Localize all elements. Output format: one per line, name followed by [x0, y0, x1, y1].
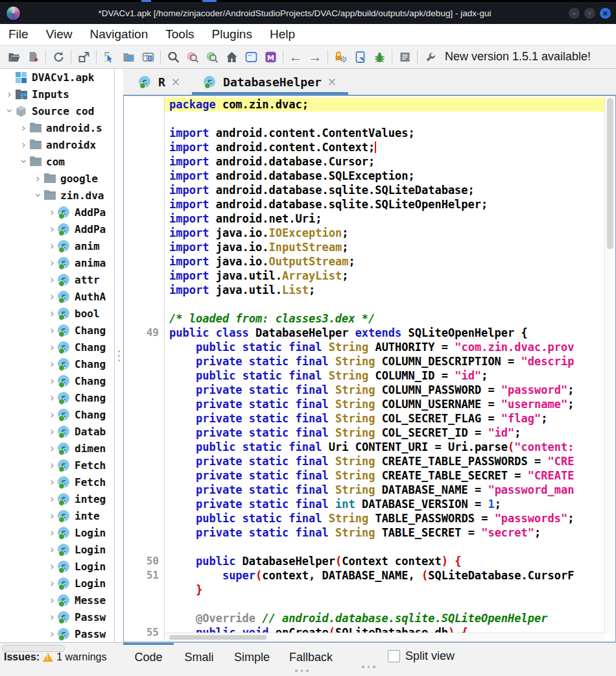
maximize-button[interactable]: ▫ [584, 8, 595, 19]
tree-item[interactable]: ›cFetch [0, 474, 114, 490]
horizontal-scrollbar[interactable] [165, 633, 605, 642]
code-line[interactable]: private static final String DATABASE_NAM… [124, 483, 605, 497]
code-line[interactable]: private static final String COLUMN_USERN… [124, 397, 605, 411]
close-tab-icon[interactable]: × [171, 75, 180, 88]
menu-plugins[interactable]: Plugins [212, 27, 252, 42]
tree-item[interactable]: ›cPassw [0, 609, 114, 625]
code-line[interactable]: import android.content.ContentValues; [124, 126, 605, 140]
chevron-right-icon[interactable]: › [4, 88, 15, 101]
comment-search-icon[interactable] [202, 49, 222, 66]
chevron-right-icon[interactable]: › [47, 206, 58, 219]
add-files-icon[interactable] [23, 49, 43, 66]
code-line[interactable]: public static final String AUTHORITY = "… [124, 340, 605, 354]
code-line[interactable]: import java.io.OutputStream; [124, 254, 605, 269]
tree-item[interactable]: ›cLogin [0, 575, 114, 592]
chevron-down-icon[interactable]: › [3, 106, 16, 117]
chevron-right-icon[interactable]: › [47, 459, 58, 472]
tree-item[interactable]: ›cChang [0, 372, 114, 389]
tree-item[interactable]: ›cAddPa [0, 204, 114, 221]
code-line[interactable]: import java.io.InputStream; [124, 240, 605, 254]
chevron-right-icon[interactable]: › [32, 172, 43, 185]
menu-view[interactable]: View [46, 27, 73, 42]
code-line[interactable]: @Override // android.database.sqlite.SQL… [124, 611, 605, 625]
chevron-right-icon[interactable]: › [47, 526, 58, 539]
tree-item[interactable]: ›cLogin [0, 541, 114, 558]
chevron-right-icon[interactable]: › [47, 543, 58, 556]
chevron-right-icon[interactable]: › [47, 239, 58, 252]
chevron-right-icon[interactable]: › [47, 627, 58, 640]
code-line[interactable]: private static final String COLUMN_PASSW… [124, 383, 605, 397]
tree-item[interactable]: ›cLogin [0, 524, 114, 541]
menu-help[interactable]: Help [270, 27, 295, 42]
code-line[interactable]: import java.util.ArrayList; [124, 269, 605, 283]
code-line[interactable]: 50 public DatabaseHelper(Context context… [124, 554, 605, 568]
tree-item[interactable]: ›cDatab [0, 423, 114, 440]
chevron-right-icon[interactable]: › [47, 408, 58, 421]
chevron-right-icon[interactable]: › [47, 442, 58, 455]
tree-item[interactable]: ›cinte [0, 507, 114, 524]
drag-handle[interactable] [295, 670, 309, 672]
tree-item[interactable]: ›cbool [0, 305, 114, 322]
tree-item[interactable]: ›cPassw [0, 625, 114, 642]
tree-item[interactable]: ›cdimen [0, 440, 114, 457]
chevron-right-icon[interactable]: › [47, 357, 58, 370]
menu-navigation[interactable]: Navigation [89, 27, 148, 42]
close-button[interactable]: × [600, 8, 611, 19]
new-version-link[interactable]: New version 1.5.1 available! [445, 50, 591, 64]
code-line[interactable]: private static final String COL_SECRET_F… [124, 411, 605, 426]
mappings-icon[interactable]: M [261, 49, 280, 66]
chevron-right-icon[interactable]: › [47, 341, 58, 354]
editor-tab-r[interactable]: cR× [127, 69, 192, 95]
tree-item[interactable]: ›zin.dva [0, 187, 114, 204]
tree-item[interactable]: ›cChang [0, 322, 114, 339]
home-icon[interactable] [222, 49, 241, 66]
chevron-down-icon[interactable]: › [18, 156, 30, 167]
quark-icon[interactable] [350, 49, 370, 66]
log-icon[interactable] [395, 49, 414, 66]
tree-item[interactable]: ›Inputs [0, 86, 114, 103]
code-editor[interactable]: package com.zin.dvac;import android.cont… [123, 95, 616, 642]
chevron-right-icon[interactable]: › [47, 391, 58, 404]
editor-tab-databasehelper[interactable]: cDatabaseHelper× [192, 69, 348, 95]
code-line[interactable]: public static final Uri CONTENT_URI = Ur… [124, 440, 605, 454]
tree-item[interactable]: ›canima [0, 254, 114, 271]
vertical-scrollbar[interactable] [604, 96, 615, 633]
chevron-right-icon[interactable]: › [47, 425, 58, 438]
sync-editor-icon[interactable] [119, 49, 138, 66]
view-tab-smali[interactable]: Smali [174, 643, 224, 664]
menu-tools[interactable]: Tools [165, 27, 194, 42]
menu-file[interactable]: File [8, 27, 29, 42]
code-line[interactable]: private static final String COLUMN_DESCR… [124, 354, 605, 368]
tree-item[interactable]: ›Source cod [0, 103, 114, 119]
code-line[interactable]: public static final String COLUMN_ID = "… [124, 368, 605, 383]
code-line[interactable]: private static final String COL_SECRET_I… [124, 426, 605, 440]
chevron-right-icon[interactable]: › [18, 138, 29, 151]
chevron-right-icon[interactable]: › [47, 577, 58, 590]
code-line[interactable]: import android.database.sqlite.SQLiteOpe… [124, 197, 605, 211]
close-tab-icon[interactable]: × [327, 75, 337, 88]
table-view-icon[interactable] [138, 49, 158, 66]
chevron-right-icon[interactable]: › [47, 594, 58, 607]
horizontal-scrollbar-thumb[interactable] [169, 635, 267, 640]
code-line[interactable]: import android.net.Uri; [124, 211, 605, 226]
tree-item[interactable]: ›cAuthA [0, 288, 114, 305]
code-line[interactable]: import android.database.sqlite.SQLiteDat… [124, 183, 605, 197]
code-line[interactable]: import java.io.IOException; [124, 226, 605, 240]
panel-splitter[interactable] [115, 69, 123, 642]
vertical-scrollbar-thumb[interactable] [607, 98, 613, 249]
code-line[interactable]: 49public class DatabaseHelper extends SQ… [124, 326, 605, 340]
tree-item[interactable]: ›com [0, 153, 114, 170]
open-folder-icon[interactable] [4, 49, 23, 66]
code-line[interactable]: private static final String CREATE_TABLE… [124, 468, 605, 483]
code-line[interactable]: private static final String TABLE_SECRET… [124, 525, 605, 540]
tree-item[interactable]: ›cattr [0, 271, 114, 288]
tree-item[interactable]: ›cMesse [0, 592, 114, 609]
tree-item[interactable]: ›google [0, 170, 114, 187]
chevron-right-icon[interactable]: › [47, 610, 58, 623]
tree-item[interactable]: ›cFetch [0, 457, 114, 474]
tree-item[interactable]: ›androidx [0, 136, 114, 153]
code-line[interactable]: import android.content.Context; [124, 140, 605, 154]
chevron-right-icon[interactable]: › [18, 121, 29, 134]
chevron-right-icon[interactable]: › [47, 560, 58, 573]
code-line[interactable]: import android.database.SQLException; [124, 169, 605, 183]
